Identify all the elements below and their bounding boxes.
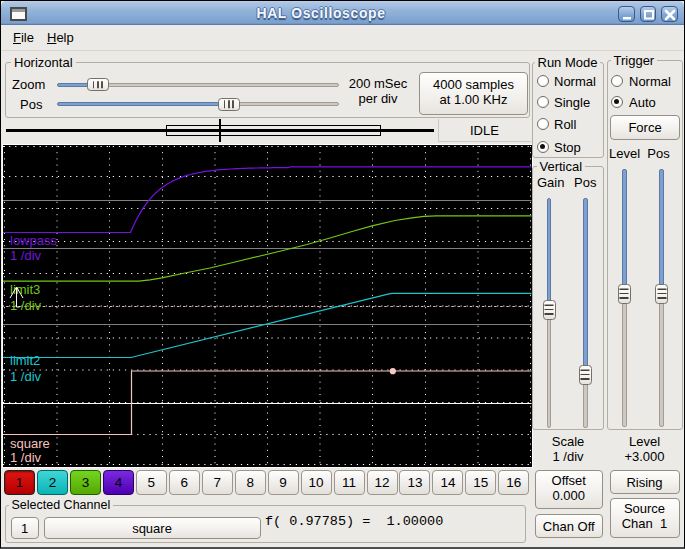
svg-text:1 /div: 1 /div <box>10 450 42 465</box>
svg-text:1 /div: 1 /div <box>10 298 42 313</box>
svg-text:1 /div: 1 /div <box>10 248 42 263</box>
svg-text:lowpass: lowpass <box>10 233 57 248</box>
svg-text:limit2: limit2 <box>10 353 40 368</box>
svg-text:1 /div: 1 /div <box>10 369 42 384</box>
